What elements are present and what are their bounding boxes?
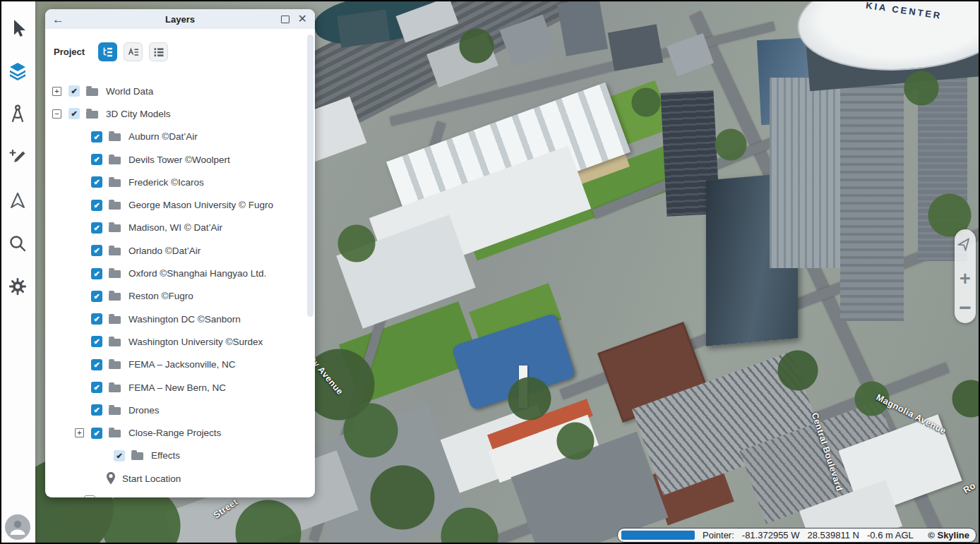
layer-tree-row[interactable]: Washington DC ©Sanborn bbox=[45, 308, 306, 330]
navigate-tool-button[interactable] bbox=[0, 185, 35, 216]
layer-checkbox[interactable] bbox=[91, 154, 102, 165]
layer-tree-row[interactable]: FEMA – New Bern, NC bbox=[45, 376, 306, 399]
layer-checkbox[interactable] bbox=[91, 200, 102, 211]
layer-tree-row[interactable]: Effects bbox=[45, 445, 306, 467]
folder-icon bbox=[86, 88, 98, 96]
measure-tool-button[interactable] bbox=[0, 99, 35, 130]
layer-tree-row[interactable]: FEMA – Jacksonville, NC bbox=[45, 353, 306, 376]
layer-label[interactable]: Orlando ©Dat’Air bbox=[129, 246, 201, 256]
sort-view-icon bbox=[128, 47, 139, 58]
layer-tree-row[interactable]: Frederick ©Icaros bbox=[45, 171, 306, 193]
layer-label[interactable]: Reston ©Fugro bbox=[129, 291, 193, 301]
search-tool-button[interactable] bbox=[0, 228, 35, 259]
layer-checkbox[interactable] bbox=[91, 291, 102, 302]
layer-label[interactable]: Auburn Presets, Objects and Water Bodies bbox=[102, 496, 283, 497]
folder-icon bbox=[109, 270, 121, 278]
expander-icon[interactable] bbox=[52, 109, 61, 119]
map-nav-controls: + − bbox=[955, 229, 976, 323]
layer-label[interactable]: Auburn ©Dat’Air bbox=[129, 131, 198, 142]
folder-icon bbox=[109, 385, 121, 392]
layer-tree-row[interactable]: Drones bbox=[45, 399, 306, 421]
layer-tree-row[interactable]: Madison, WI © Dat’Air bbox=[45, 217, 306, 239]
building-shape bbox=[608, 24, 663, 71]
settings-tool-button[interactable] bbox=[0, 271, 35, 302]
layer-tree-row[interactable]: Start Location bbox=[45, 467, 306, 490]
layer-label[interactable]: Start Location bbox=[122, 473, 181, 484]
folder-icon bbox=[109, 339, 121, 346]
tree-view-button[interactable] bbox=[98, 42, 117, 61]
layer-tree-row[interactable]: George Mason University © Fugro bbox=[45, 193, 306, 216]
layer-checkbox[interactable] bbox=[68, 108, 80, 119]
folder-icon bbox=[109, 316, 121, 324]
layer-checkbox[interactable] bbox=[91, 336, 102, 347]
layer-label[interactable]: 3D City Models bbox=[106, 109, 171, 119]
layer-label[interactable]: Madison, WI © Dat’Air bbox=[129, 222, 222, 233]
sort-view-button[interactable] bbox=[124, 42, 143, 61]
draw-tool-button[interactable] bbox=[0, 142, 35, 173]
layer-label[interactable]: Devils Tower ©Woolpert bbox=[129, 155, 230, 165]
layer-label[interactable]: Close-Range Projects bbox=[129, 428, 221, 438]
layer-checkbox[interactable] bbox=[68, 85, 80, 97]
layer-label[interactable]: FEMA – Jacksonville, NC bbox=[129, 359, 236, 370]
zoom-in-button[interactable]: + bbox=[960, 270, 971, 289]
layer-label[interactable]: Washington DC ©Sanborn bbox=[129, 314, 241, 325]
layer-tree-row[interactable]: Washington University ©Surdex bbox=[45, 330, 306, 353]
pointer-label: Pointer: bbox=[703, 530, 734, 540]
close-icon[interactable]: ✕ bbox=[298, 13, 307, 25]
layer-checkbox[interactable] bbox=[114, 450, 125, 461]
folder-icon bbox=[109, 407, 121, 415]
layer-label[interactable]: FEMA – New Bern, NC bbox=[129, 382, 226, 393]
layer-checkbox[interactable] bbox=[91, 313, 102, 325]
pencil-plus-icon bbox=[8, 148, 27, 167]
layer-tree-row[interactable]: Auburn Presets, Objects and Water Bodies bbox=[45, 490, 306, 497]
project-row: Project bbox=[45, 29, 315, 63]
building-shape bbox=[337, 9, 390, 47]
street-label: Ro bbox=[962, 480, 977, 495]
layers-tool-button[interactable] bbox=[0, 56, 35, 87]
folder-icon bbox=[109, 361, 121, 369]
account-button[interactable] bbox=[5, 514, 30, 540]
select-tool-button[interactable] bbox=[0, 13, 35, 44]
layer-tree-row[interactable]: Orlando ©Dat’Air bbox=[45, 239, 306, 262]
expander-icon[interactable] bbox=[75, 428, 84, 437]
folder-icon bbox=[109, 293, 121, 301]
layer-label[interactable]: George Mason University © Fugro bbox=[129, 200, 273, 210]
layer-checkbox[interactable] bbox=[91, 245, 102, 256]
layer-label[interactable]: Washington University ©Surdex bbox=[129, 337, 263, 347]
layer-checkbox[interactable] bbox=[91, 131, 102, 143]
layer-checkbox[interactable] bbox=[91, 268, 102, 279]
panel-scrollbar[interactable] bbox=[307, 35, 313, 317]
layer-tree-row[interactable]: Oxford ©Shanghai Hangyao Ltd. bbox=[45, 262, 306, 284]
layer-label[interactable]: Frederick ©Icaros bbox=[129, 177, 204, 188]
layer-tree-row[interactable]: 3D City Models bbox=[45, 102, 306, 125]
layer-checkbox[interactable] bbox=[91, 176, 102, 188]
maximize-icon[interactable] bbox=[281, 16, 289, 23]
app-window: KIA CENTER Magnolia Avenue Central Boule… bbox=[0, 0, 980, 544]
compass-button[interactable] bbox=[957, 236, 973, 254]
layer-label[interactable]: Oxford ©Shanghai Hangyao Ltd. bbox=[129, 268, 266, 279]
layers-panel: ← Layers ✕ Project bbox=[45, 9, 315, 497]
layer-checkbox[interactable] bbox=[91, 222, 102, 234]
layer-tree-row[interactable]: Devils Tower ©Woolpert bbox=[45, 148, 306, 171]
expander-icon[interactable] bbox=[52, 87, 61, 96]
layer-label[interactable]: Drones bbox=[129, 405, 160, 416]
zoom-out-button[interactable]: − bbox=[959, 297, 972, 318]
search-icon bbox=[8, 234, 27, 253]
layer-checkbox[interactable] bbox=[84, 495, 95, 497]
layer-label[interactable]: World Data bbox=[106, 86, 153, 97]
layer-tree-row[interactable]: World Data bbox=[45, 80, 306, 102]
tower bbox=[770, 78, 840, 268]
layer-checkbox[interactable] bbox=[91, 382, 102, 393]
layer-tree-row[interactable]: Auburn ©Dat’Air bbox=[45, 126, 306, 148]
folder-icon bbox=[109, 430, 121, 437]
panel-title: Layers bbox=[45, 14, 315, 25]
layer-tree-row[interactable]: Close-Range Projects bbox=[45, 421, 306, 444]
list-view-button[interactable] bbox=[149, 42, 168, 61]
layer-tree-row[interactable]: Reston ©Fugro bbox=[45, 285, 306, 308]
layer-checkbox[interactable] bbox=[91, 428, 102, 439]
layer-checkbox[interactable] bbox=[91, 359, 102, 370]
folder-icon bbox=[86, 111, 98, 119]
layer-label[interactable]: Effects bbox=[151, 450, 180, 461]
tower bbox=[840, 78, 904, 321]
layer-checkbox[interactable] bbox=[91, 404, 102, 416]
